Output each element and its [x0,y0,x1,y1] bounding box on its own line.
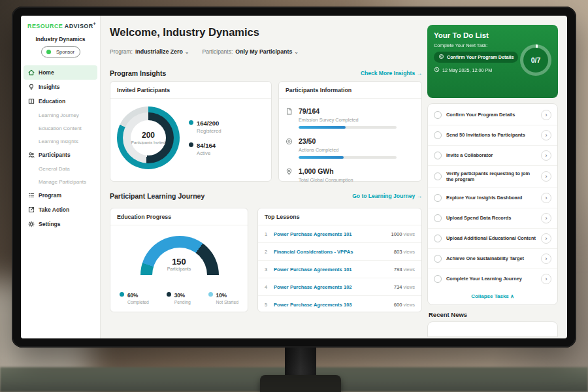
target-icon [438,54,444,61]
task-checkbox[interactable] [434,275,442,283]
legend-dot-teal [189,120,193,125]
check-more-insights-link[interactable]: Check More Insights → [361,70,422,76]
lesson-views: 793views [394,267,415,272]
task-checkbox[interactable] [434,111,442,119]
participants-filter[interactable]: Participants:Only My Participants⌄ [203,48,299,55]
sidebar-item-education-content[interactable]: Education Content [21,122,100,135]
task-label: Upload Spend Data Records [446,215,536,221]
legend-dot-teal [120,292,124,297]
arrow-right-icon: → [417,70,423,76]
sidebar-item-general-data[interactable]: General Data [21,162,100,175]
task-row[interactable]: Complete Your Learning Journey › [428,269,557,289]
task-checkbox[interactable] [434,131,442,139]
sidebar-nav: Home Insights Education Learning Journey [21,65,100,231]
sidebar-item-label: Program [39,192,61,199]
lesson-row: 5 Power Purchase Agreements 103 600views [258,296,421,313]
home-icon [27,69,35,76]
arrow-right-icon: → [417,193,423,199]
task-row[interactable]: Upload Spend Data Records › [428,208,557,229]
task-row[interactable]: Achieve One Sustainability Target › [428,249,557,269]
program-filter-value: Industrialize Zero [135,48,183,55]
task-open-button[interactable]: › [541,130,551,140]
sidebar-item-home[interactable]: Home [24,65,97,80]
sidebar-item-settings[interactable]: Settings [21,217,100,231]
chevron-down-icon: ⌄ [294,49,299,55]
sidebar-item-insights[interactable]: Insights [21,80,100,94]
app-logo: RESOURCE ADVISOR+ [27,22,100,29]
lesson-rank: 1 [265,231,269,237]
task-row[interactable]: Invite a Collaborator › [428,146,557,166]
lesson-link[interactable]: Financial Considerations - VPPAs [274,249,389,255]
survey-progress-bar [299,126,397,129]
task-checkbox[interactable] [434,214,442,222]
sponsor-label: Sponsor [56,49,74,55]
education-gauge-chart: 150 Participants [110,232,248,287]
collapse-tasks-link[interactable]: Collapse Tasks ∧ [428,289,557,303]
legend-item-not-started: 10% Not Started [208,292,238,304]
task-row[interactable]: Upload Additional Educational Content › [428,229,557,249]
task-checkbox[interactable] [434,255,442,263]
legend-item-pending: 30% Pending [167,292,191,304]
lesson-link[interactable]: Power Purchase Agreements 103 [274,302,389,308]
collapse-caret-icon: ∧ [510,293,514,299]
section-title: Program Insights [110,69,166,77]
lesson-rank: 2 [265,249,269,255]
lesson-views: 1000views [391,231,415,237]
program-filter[interactable]: Program:Industrialize Zero⌄ [110,48,189,55]
lesson-link[interactable]: Power Purchase Agreements 102 [274,284,389,290]
go-to-learning-journey-link[interactable]: Go to Learning Journey → [352,193,422,199]
sidebar-item-learning-insights[interactable]: Learning Insights [21,135,100,148]
lesson-views: 803views [394,249,415,255]
lesson-link[interactable]: Power Purchase Agreements 101 [274,267,389,272]
gauge-center-value: 150 [110,257,248,267]
task-checkbox[interactable] [434,235,442,242]
chevron-right-icon: › [546,173,547,180]
chevron-down-icon: ⌄ [185,49,189,55]
org-name: Industry Dynamics [21,36,100,42]
task-open-button[interactable]: › [541,171,551,182]
task-checkbox[interactable] [434,152,442,159]
info-label: Total Global Consumption [299,177,353,183]
task-row[interactable]: Send 50 Invitations to Participants › [428,125,557,146]
task-row[interactable]: Explore Your Insights Dashboard › [428,188,557,208]
task-open-button[interactable]: › [541,213,551,223]
sidebar-item-manage-participants[interactable]: Manage Participants [21,175,100,188]
lesson-rank: 5 [265,302,269,308]
people-icon [27,152,35,158]
sidebar-item-program[interactable]: Program [21,188,100,203]
monitor-stand-neck [285,345,316,379]
info-label: Emission Survey Completed [299,117,397,123]
task-label: Send 50 Invitations to Participants [446,132,536,138]
task-row[interactable]: Verify participants requesting to join t… [428,166,557,188]
task-checkbox[interactable] [434,172,442,180]
next-task-pill[interactable]: Confirm Your Program Details [434,52,518,63]
info-row-survey: 79/164 Emission Survey Completed [279,99,421,129]
sidebar-item-label: Education Content [39,125,82,131]
chevron-right-icon: › [546,152,547,159]
task-row[interactable]: Confirm Your Program Details › [428,105,557,125]
legend-dot-lightblue [208,292,213,297]
book-icon [27,98,35,105]
sidebar-item-participants[interactable]: Participants [21,148,100,162]
sidebar-item-education[interactable]: Education [21,94,100,108]
task-open-button[interactable]: › [541,110,551,120]
card-title: Invited Participants [110,82,271,99]
donut-center-value: 200 [142,131,155,140]
chevron-right-icon: › [546,255,547,262]
sidebar-item-label: Participants [39,152,71,158]
task-checkbox[interactable] [434,194,442,202]
task-open-button[interactable]: › [541,233,551,244]
dashboard-screen: RESOURCE ADVISOR+ Industry Dynamics Spon… [21,16,567,338]
todo-progress-ring: 0/7 [520,44,551,76]
task-open-button[interactable]: › [541,253,551,264]
task-open-button[interactable]: › [541,150,551,161]
task-open-button[interactable]: › [541,274,551,284]
sidebar-item-learning-journey[interactable]: Learning Journey [21,108,100,122]
lesson-link[interactable]: Power Purchase Agreements 101 [274,231,387,237]
legend-dot-navy [167,292,171,297]
task-open-button[interactable]: › [541,193,551,203]
monitor-bezel: RESOURCE ADVISOR+ Industry Dynamics Spon… [12,7,576,348]
lesson-row: 1 Power Purchase Agreements 101 1000view… [258,225,421,243]
sidebar-item-take-action[interactable]: Take Action [21,203,100,217]
lesson-row: 4 Power Purchase Agreements 102 734views [258,278,421,296]
